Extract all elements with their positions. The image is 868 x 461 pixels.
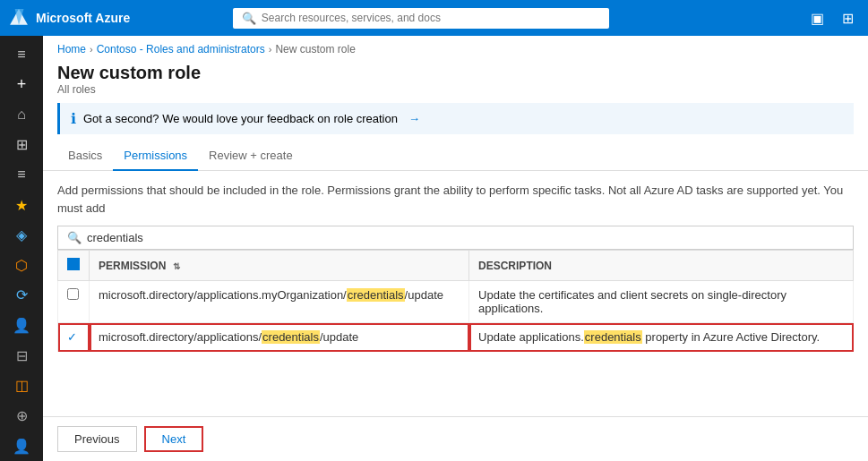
row2-checkmark: ✓ (67, 330, 77, 344)
global-search-bar[interactable]: 🔍 (233, 8, 609, 29)
azure-logo: Microsoft Azure (9, 8, 130, 28)
sidebar-all-services[interactable]: ≡ (0, 160, 43, 191)
tab-permissions[interactable]: Permissions (113, 141, 198, 171)
info-icon: ℹ (71, 110, 76, 127)
breadcrumb-current: New custom role (275, 43, 355, 55)
content-area: Home › Contoso - Roles and administrator… (43, 36, 868, 461)
col-description-label: DESCRIPTION (478, 260, 552, 272)
home-icon: ⌂ (17, 107, 26, 123)
info-banner-link[interactable]: → (408, 112, 420, 125)
info-banner: ℹ Got a second? We would love your feedb… (57, 103, 854, 134)
sidebar-home[interactable]: ⌂ (0, 99, 43, 130)
row2-checkbox-cell[interactable]: ✓ (58, 323, 90, 352)
sidebar-create[interactable]: + (0, 70, 43, 100)
breadcrumb-roles[interactable]: Contoso - Roles and administrators (97, 43, 265, 55)
expand-icon: ≡ (17, 47, 25, 63)
sidebar-service6[interactable]: ⊕ (0, 401, 43, 431)
all-services-icon: ≡ (17, 166, 25, 183)
profile-icon: 👤 (13, 438, 30, 455)
search-icon: 🔍 (242, 12, 256, 25)
row2-description-text: Update applications.credentials property… (478, 330, 820, 344)
sidebar-expand[interactable]: ≡ (0, 39, 43, 70)
tab-basics[interactable]: Basics (57, 141, 113, 171)
row1-description-text: Update the certificates and client secre… (478, 288, 786, 315)
azure-logo-icon (9, 8, 29, 28)
row2-highlight: credentials (262, 330, 320, 344)
service6-icon: ⊕ (16, 407, 28, 424)
row1-permission-cell: microsoft.directory/applications.myOrgan… (90, 281, 469, 323)
breadcrumb: Home › Contoso - Roles and administrator… (43, 36, 868, 59)
permissions-search-box[interactable]: 🔍 (57, 226, 854, 250)
logo-text: Microsoft Azure (36, 11, 130, 25)
select-all-checkbox[interactable] (67, 258, 80, 270)
previous-button[interactable]: Previous (57, 426, 137, 452)
sidebar-dashboard[interactable]: ⊞ (0, 130, 43, 160)
sidebar-favorites[interactable]: ★ (0, 190, 43, 220)
breadcrumb-home[interactable]: Home (57, 43, 86, 55)
sidebar-profile[interactable]: 👤 (0, 431, 43, 461)
sort-icon: ⇅ (173, 261, 180, 271)
user-icon: 👤 (13, 317, 30, 334)
service5-icon: ◫ (15, 377, 29, 394)
dashboard-icon: ⊞ (16, 136, 28, 153)
tabs-container: Basics Permissions Review + create (43, 141, 868, 171)
row2-permission-cell: microsoft.directory/applications/credent… (90, 323, 469, 352)
service3-icon: ⟳ (16, 286, 28, 303)
service1-icon: ◈ (16, 226, 27, 243)
row1-checkbox-cell[interactable] (58, 281, 90, 323)
sidebar: ≡ + ⌂ ⊞ ≡ ★ ◈ ⬡ ⟳ 👤 ⊟ ◫ ⊕ 👤 (0, 36, 43, 461)
permissions-search-input[interactable] (87, 231, 844, 244)
col-permission-label: PERMISSION (99, 260, 166, 272)
permissions-table: PERMISSION ⇅ DESCRIPTION (57, 250, 854, 352)
row1-permission-text: microsoft.directory/applications.myOrgan… (99, 288, 443, 302)
breadcrumb-sep2: › (269, 44, 272, 55)
row2-permission-text: microsoft.directory/applications/credent… (99, 330, 358, 344)
col-header-checkbox[interactable] (58, 251, 90, 281)
col-header-description: DESCRIPTION (469, 251, 854, 281)
sidebar-service5[interactable]: ◫ (0, 371, 43, 401)
page-subtitle: All roles (57, 83, 854, 96)
sidebar-service4[interactable]: ⊟ (0, 340, 43, 371)
tab-review-create[interactable]: Review + create (198, 141, 304, 171)
info-banner-text: Got a second? We would love your feedbac… (83, 112, 398, 125)
create-icon: + (17, 75, 27, 94)
next-button[interactable]: Next (144, 426, 204, 452)
terminal-icon[interactable]: ▣ (805, 8, 829, 29)
row1-highlight: credentials (347, 288, 405, 302)
notifications-icon[interactable]: ⊞ (837, 8, 859, 29)
table-row[interactable]: ✓ microsoft.directory/applications/crede… (58, 323, 854, 352)
top-bar-actions: ▣ ⊞ (805, 8, 859, 29)
global-search-input[interactable] (262, 12, 600, 24)
page-title: New custom role (57, 63, 854, 83)
sidebar-user[interactable]: 👤 (0, 311, 43, 341)
sidebar-service3[interactable]: ⟳ (0, 280, 43, 311)
footer: Previous Next (43, 416, 868, 461)
main-content: Add permissions that should be included … (43, 171, 868, 416)
sidebar-service2[interactable]: ⬡ (0, 250, 43, 280)
breadcrumb-sep1: › (90, 44, 93, 55)
row2-description-cell: Update applications.credentials property… (469, 323, 854, 352)
top-navigation-bar: Microsoft Azure 🔍 ▣ ⊞ (0, 0, 868, 36)
col-header-permission[interactable]: PERMISSION ⇅ (90, 251, 469, 281)
row1-description-cell: Update the certificates and client secre… (469, 281, 854, 323)
table-row[interactable]: microsoft.directory/applications.myOrgan… (58, 281, 854, 323)
service4-icon: ⊟ (16, 347, 28, 364)
page-header: New custom role All roles (43, 59, 868, 103)
service2-icon: ⬡ (15, 257, 28, 274)
search-icon-small: 🔍 (67, 231, 82, 244)
permissions-description: Add permissions that should be included … (57, 182, 854, 217)
sidebar-service1[interactable]: ◈ (0, 220, 43, 251)
favorites-icon: ★ (15, 197, 28, 214)
row1-checkbox[interactable] (67, 288, 79, 300)
row2-desc-highlight: credentials (584, 330, 642, 344)
